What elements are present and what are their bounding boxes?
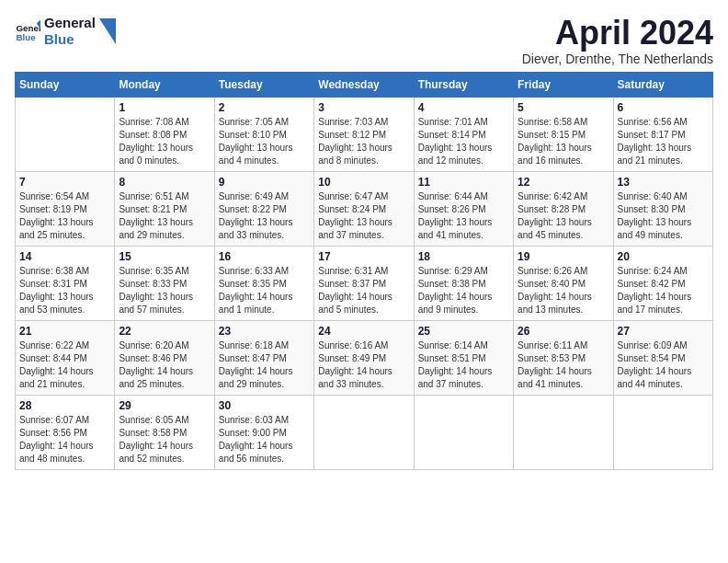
day-number: 27 [618, 325, 709, 338]
calendar-table: SundayMondayTuesdayWednesdayThursdayFrid… [15, 72, 713, 470]
calendar-cell: 17Sunrise: 6:31 AM Sunset: 8:37 PM Dayli… [314, 246, 414, 320]
column-header-monday: Monday [115, 72, 214, 97]
calendar-cell: 5Sunrise: 6:58 AM Sunset: 8:15 PM Daylig… [514, 97, 613, 171]
column-header-wednesday: Wednesday [314, 72, 414, 97]
day-number: 11 [418, 176, 509, 189]
day-info: Sunrise: 6:29 AM Sunset: 8:38 PM Dayligh… [418, 265, 509, 316]
day-info: Sunrise: 6:03 AM Sunset: 9:00 PM Dayligh… [219, 414, 310, 465]
calendar-cell [16, 97, 115, 171]
day-info: Sunrise: 6:16 AM Sunset: 8:49 PM Dayligh… [318, 339, 409, 391]
calendar-cell: 26Sunrise: 6:11 AM Sunset: 8:53 PM Dayli… [514, 320, 613, 395]
day-info: Sunrise: 6:47 AM Sunset: 8:24 PM Dayligh… [318, 190, 409, 242]
calendar-week-row: 1Sunrise: 7:08 AM Sunset: 8:08 PM Daylig… [16, 97, 713, 171]
day-info: Sunrise: 6:14 AM Sunset: 8:51 PM Dayligh… [418, 339, 509, 391]
month-title: April 2024 [522, 15, 713, 52]
day-info: Sunrise: 6:44 AM Sunset: 8:26 PM Dayligh… [418, 190, 509, 242]
day-number: 10 [318, 176, 409, 189]
day-number: 20 [618, 250, 709, 263]
calendar-cell: 29Sunrise: 6:05 AM Sunset: 8:58 PM Dayli… [115, 395, 214, 469]
calendar-cell: 14Sunrise: 6:38 AM Sunset: 8:31 PM Dayli… [16, 246, 115, 320]
calendar-cell: 23Sunrise: 6:18 AM Sunset: 8:47 PM Dayli… [214, 320, 313, 395]
header-row: SundayMondayTuesdayWednesdayThursdayFrid… [16, 72, 713, 97]
calendar-cell: 6Sunrise: 6:56 AM Sunset: 8:17 PM Daylig… [613, 97, 712, 171]
day-number: 25 [418, 325, 509, 338]
day-info: Sunrise: 6:09 AM Sunset: 8:54 PM Dayligh… [618, 339, 709, 391]
day-info: Sunrise: 7:03 AM Sunset: 8:12 PM Dayligh… [318, 116, 409, 167]
day-number: 30 [219, 399, 310, 412]
day-info: Sunrise: 6:40 AM Sunset: 8:30 PM Dayligh… [618, 190, 709, 242]
day-info: Sunrise: 6:18 AM Sunset: 8:47 PM Dayligh… [219, 339, 310, 391]
logo-icon: General Blue [15, 18, 40, 44]
day-number: 14 [19, 250, 110, 263]
column-header-sunday: Sunday [16, 72, 115, 97]
day-info: Sunrise: 6:54 AM Sunset: 8:19 PM Dayligh… [19, 190, 110, 242]
calendar-cell [314, 395, 414, 469]
logo-triangle-icon [99, 18, 116, 44]
calendar-cell: 28Sunrise: 6:07 AM Sunset: 8:56 PM Dayli… [16, 395, 115, 469]
calendar-cell: 2Sunrise: 7:05 AM Sunset: 8:10 PM Daylig… [214, 97, 313, 171]
day-info: Sunrise: 6:07 AM Sunset: 8:56 PM Dayligh… [19, 414, 110, 465]
svg-marker-3 [99, 18, 116, 44]
calendar-cell: 27Sunrise: 6:09 AM Sunset: 8:54 PM Dayli… [613, 320, 712, 395]
day-number: 17 [318, 250, 409, 263]
day-number: 21 [19, 325, 110, 338]
day-number: 6 [618, 101, 709, 114]
title-block: April 2024 Diever, Drenthe, The Netherla… [522, 15, 713, 66]
column-header-thursday: Thursday [414, 72, 513, 97]
day-info: Sunrise: 7:05 AM Sunset: 8:10 PM Dayligh… [219, 116, 310, 167]
day-info: Sunrise: 7:08 AM Sunset: 8:08 PM Dayligh… [119, 116, 210, 167]
day-number: 7 [19, 176, 110, 189]
day-number: 5 [518, 101, 609, 114]
day-number: 18 [418, 250, 509, 263]
calendar-cell: 11Sunrise: 6:44 AM Sunset: 8:26 PM Dayli… [414, 171, 513, 246]
calendar-cell: 13Sunrise: 6:40 AM Sunset: 8:30 PM Dayli… [613, 171, 712, 246]
day-info: Sunrise: 6:33 AM Sunset: 8:35 PM Dayligh… [219, 265, 310, 316]
day-number: 4 [418, 101, 509, 114]
calendar-cell: 24Sunrise: 6:16 AM Sunset: 8:49 PM Dayli… [314, 320, 414, 395]
calendar-week-row: 7Sunrise: 6:54 AM Sunset: 8:19 PM Daylig… [16, 171, 713, 246]
day-info: Sunrise: 6:05 AM Sunset: 8:58 PM Dayligh… [119, 414, 210, 465]
calendar-cell: 22Sunrise: 6:20 AM Sunset: 8:46 PM Dayli… [115, 320, 214, 395]
column-header-tuesday: Tuesday [214, 72, 313, 97]
calendar-cell: 19Sunrise: 6:26 AM Sunset: 8:40 PM Dayli… [514, 246, 613, 320]
location-subtitle: Diever, Drenthe, The Netherlands [522, 52, 713, 66]
day-number: 29 [119, 399, 210, 412]
day-number: 3 [318, 101, 409, 114]
calendar-cell: 30Sunrise: 6:03 AM Sunset: 9:00 PM Dayli… [214, 395, 313, 469]
day-number: 22 [119, 325, 210, 338]
day-number: 13 [618, 176, 709, 189]
day-number: 15 [119, 250, 210, 263]
logo: General Blue General Blue [15, 15, 116, 48]
calendar-cell: 8Sunrise: 6:51 AM Sunset: 8:21 PM Daylig… [115, 171, 214, 246]
day-number: 9 [219, 176, 310, 189]
calendar-cell: 1Sunrise: 7:08 AM Sunset: 8:08 PM Daylig… [115, 97, 214, 171]
day-number: 12 [518, 176, 609, 189]
calendar-header: SundayMondayTuesdayWednesdayThursdayFrid… [16, 72, 713, 97]
day-number: 19 [518, 250, 609, 263]
day-number: 16 [219, 250, 310, 263]
day-number: 23 [219, 325, 310, 338]
svg-text:Blue: Blue [16, 32, 36, 42]
day-info: Sunrise: 6:26 AM Sunset: 8:40 PM Dayligh… [518, 265, 609, 316]
day-number: 26 [518, 325, 609, 338]
column-header-friday: Friday [514, 72, 613, 97]
day-info: Sunrise: 6:31 AM Sunset: 8:37 PM Dayligh… [318, 265, 409, 316]
calendar-week-row: 28Sunrise: 6:07 AM Sunset: 8:56 PM Dayli… [16, 395, 713, 469]
day-info: Sunrise: 6:20 AM Sunset: 8:46 PM Dayligh… [119, 339, 210, 391]
day-number: 2 [219, 101, 310, 114]
calendar-cell: 4Sunrise: 7:01 AM Sunset: 8:14 PM Daylig… [414, 97, 513, 171]
logo-general-text: General [44, 15, 96, 31]
calendar-cell: 9Sunrise: 6:49 AM Sunset: 8:22 PM Daylig… [214, 171, 313, 246]
calendar-cell: 16Sunrise: 6:33 AM Sunset: 8:35 PM Dayli… [214, 246, 313, 320]
calendar-cell [414, 395, 513, 469]
day-info: Sunrise: 6:42 AM Sunset: 8:28 PM Dayligh… [518, 190, 609, 242]
calendar-cell: 15Sunrise: 6:35 AM Sunset: 8:33 PM Dayli… [115, 246, 214, 320]
day-info: Sunrise: 6:49 AM Sunset: 8:22 PM Dayligh… [219, 190, 310, 242]
day-info: Sunrise: 6:22 AM Sunset: 8:44 PM Dayligh… [19, 339, 110, 391]
calendar-week-row: 21Sunrise: 6:22 AM Sunset: 8:44 PM Dayli… [16, 320, 713, 395]
calendar-cell: 21Sunrise: 6:22 AM Sunset: 8:44 PM Dayli… [16, 320, 115, 395]
calendar-cell [514, 395, 613, 469]
day-info: Sunrise: 7:01 AM Sunset: 8:14 PM Dayligh… [418, 116, 509, 167]
calendar-cell: 10Sunrise: 6:47 AM Sunset: 8:24 PM Dayli… [314, 171, 414, 246]
calendar-cell [613, 395, 712, 469]
